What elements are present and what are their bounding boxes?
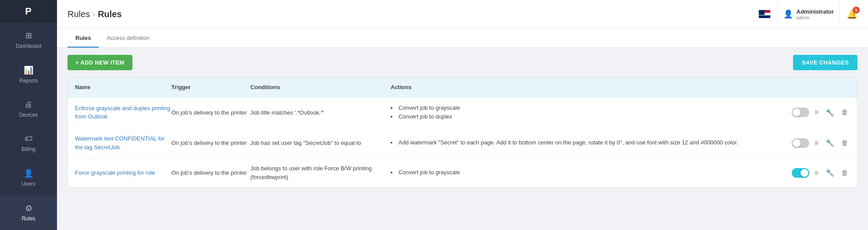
row1-delete-button[interactable]: 🗑 xyxy=(840,108,850,117)
row2-actions: Add watermark "Secret" to each page. Add… xyxy=(391,138,806,147)
row3-toggle[interactable] xyxy=(792,168,809,178)
col-header-name: Name xyxy=(75,83,171,92)
notification-bell[interactable]: 🔔 1 xyxy=(847,9,857,19)
sidebar: P ⊞ Dashboard 📊 Reports 🖨 Devices 🏷 Bill… xyxy=(0,0,57,230)
col-header-trigger: Trigger xyxy=(171,83,250,92)
row1-name: Enforce grayscale and duplex printing fr… xyxy=(75,104,171,121)
sidebar-item-rules[interactable]: ⊙ Rules xyxy=(0,195,57,230)
row2-action-1: Add watermark "Secret" to each page. Add… xyxy=(391,138,806,147)
reports-icon: 📊 xyxy=(24,65,33,75)
sidebar-item-devices-label: Devices xyxy=(19,112,38,118)
breadcrumb-root: Rules xyxy=(68,9,90,19)
breadcrumb-separator: › xyxy=(92,10,95,19)
row1-edit-button[interactable]: 🔧 xyxy=(824,108,836,118)
row3-conditions: Job belongs to user with role Force B/W … xyxy=(250,164,391,181)
breadcrumb-current: Rules xyxy=(98,9,121,19)
row3-edit-button[interactable]: 🔧 xyxy=(824,168,836,178)
table-row: Force grayscale printing for role On job… xyxy=(68,158,857,187)
add-new-item-button[interactable]: + ADD NEW ITEM xyxy=(68,55,132,70)
rules-icon: ⊙ xyxy=(25,203,32,213)
row2-edit-button[interactable]: 🔧 xyxy=(824,138,836,148)
row3-name: Force grayscale printing for role xyxy=(75,169,171,177)
col-header-actions: Actions xyxy=(391,83,806,92)
header-right: 👤 Administrator admin 🔔 1 xyxy=(758,0,857,29)
devices-icon: 🖨 xyxy=(25,100,32,109)
user-avatar-icon: 👤 xyxy=(783,9,793,19)
row3-trigger: On job's delivery to the printer xyxy=(171,169,250,177)
row1-menu-button[interactable]: ≡ xyxy=(813,108,820,117)
language-flag[interactable] xyxy=(758,10,771,18)
sidebar-item-reports-label: Reports xyxy=(19,78,38,84)
sidebar-item-reports[interactable]: 📊 Reports xyxy=(0,58,57,92)
row3-actions: Convert job to grayscale xyxy=(391,168,806,177)
user-role: admin xyxy=(797,15,834,20)
row2-toggle[interactable] xyxy=(792,138,809,148)
billing-icon: 🏷 xyxy=(25,134,32,144)
sidebar-item-dashboard[interactable]: ⊞ Dashboard xyxy=(0,23,57,58)
row1-actions: Convert job to grayscale Convert job to … xyxy=(391,104,806,122)
user-name: Administrator xyxy=(797,8,834,15)
row2-trigger: On job's delivery to the printer xyxy=(171,139,250,147)
row3-menu-button[interactable]: ≡ xyxy=(813,168,820,178)
logo-text: P xyxy=(25,6,32,17)
row2-conditions: Job has set user tag "SecretJob" to equa… xyxy=(250,139,391,147)
row1-controls: ≡ 🔧 🗑 xyxy=(806,108,850,118)
sidebar-item-users[interactable]: 👤 Users xyxy=(0,161,57,195)
row3-delete-button[interactable]: 🗑 xyxy=(840,168,850,178)
col-header-conditions: Conditions xyxy=(250,83,391,92)
tab-access-definition[interactable]: Access definition xyxy=(99,29,157,48)
sidebar-logo: P xyxy=(0,0,57,23)
notification-badge: 1 xyxy=(853,7,860,14)
row2-menu-button[interactable]: ≡ xyxy=(813,138,820,148)
dashboard-icon: ⊞ xyxy=(25,31,32,40)
user-text: Administrator admin xyxy=(797,8,834,20)
row3-action-1: Convert job to grayscale xyxy=(391,168,806,177)
save-changes-button[interactable]: SAVE CHANGES xyxy=(793,55,857,70)
sidebar-item-rules-label: Rules xyxy=(22,216,36,222)
rules-table: Name Trigger Conditions Actions Enforce … xyxy=(68,77,857,188)
breadcrumb: Rules › Rules xyxy=(68,9,122,19)
sidebar-item-devices[interactable]: 🖨 Devices xyxy=(0,92,57,126)
content-area: Rules Access definition + ADD NEW ITEM S… xyxy=(57,29,868,230)
top-header: Rules › Rules 👤 Administrator admin 🔔 1 xyxy=(57,0,868,29)
table-row: Watermark text CONFIDENTIAL for the tag … xyxy=(68,128,857,158)
tab-rules[interactable]: Rules xyxy=(68,29,99,48)
sidebar-item-billing-label: Billing xyxy=(21,146,36,152)
row2-delete-button[interactable]: 🗑 xyxy=(840,138,850,148)
table-header: Name Trigger Conditions Actions xyxy=(68,78,857,97)
col-header-controls xyxy=(806,83,850,92)
sidebar-item-users-label: Users xyxy=(21,181,35,187)
action-bar: + ADD NEW ITEM SAVE CHANGES xyxy=(57,48,868,77)
sidebar-item-billing[interactable]: 🏷 Billing xyxy=(0,126,57,161)
row3-controls: ≡ 🔧 🗑 xyxy=(806,168,850,178)
tabs-bar: Rules Access definition xyxy=(57,29,868,48)
user-info: 👤 Administrator admin xyxy=(778,0,840,29)
users-icon: 👤 xyxy=(24,169,33,178)
row2-controls: ≡ 🔧 🗑 xyxy=(806,138,850,148)
row1-action-2: Convert job to duplex xyxy=(391,112,806,122)
sidebar-item-dashboard-label: Dashboard xyxy=(16,43,42,49)
table-row: Enforce grayscale and duplex printing fr… xyxy=(68,97,857,129)
row1-action-1: Convert job to grayscale xyxy=(391,104,806,113)
row1-trigger: On job's delivery to the printer xyxy=(171,108,250,117)
row1-conditions: Job title matches '.*Outlook.*' xyxy=(250,108,391,117)
row2-name: Watermark text CONFIDENTIAL for the tag … xyxy=(75,134,171,151)
row1-toggle[interactable] xyxy=(792,108,809,117)
main-content: Rules › Rules 👤 Administrator admin 🔔 1 xyxy=(57,0,868,230)
